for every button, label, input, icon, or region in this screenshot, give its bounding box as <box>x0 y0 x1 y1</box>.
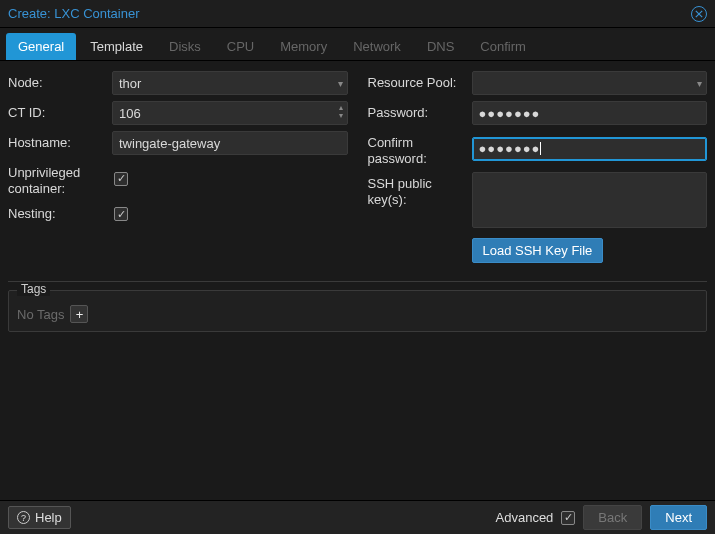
dialog-footer: ? Help Advanced Back Next <box>0 500 715 534</box>
tab-network: Network <box>341 33 413 60</box>
text-caret <box>540 142 541 155</box>
nesting-label: Nesting: <box>8 206 112 222</box>
tab-template[interactable]: Template <box>78 33 155 60</box>
tags-empty-text: No Tags <box>17 307 64 322</box>
wizard-tabs: General Template Disks CPU Memory Networ… <box>0 28 715 61</box>
back-button[interactable]: Back <box>583 505 642 530</box>
confirm-value: ●●●●●●● <box>479 141 541 156</box>
tab-disks: Disks <box>157 33 213 60</box>
next-button[interactable]: Next <box>650 505 707 530</box>
hostname-input[interactable]: twingate-gateway <box>112 131 348 155</box>
close-icon[interactable] <box>691 6 707 22</box>
tags-fieldset: Tags No Tags + <box>8 290 707 332</box>
node-select[interactable]: thor ▾ <box>112 71 348 95</box>
ssh-key-textarea[interactable] <box>472 172 708 228</box>
ctid-value: 106 <box>119 106 141 121</box>
confirm-password-input[interactable]: ●●●●●●● <box>472 137 708 161</box>
tab-general[interactable]: General <box>6 33 76 60</box>
pool-label: Resource Pool: <box>368 75 472 91</box>
node-label: Node: <box>8 75 112 91</box>
load-ssh-key-button[interactable]: Load SSH Key File <box>472 238 604 263</box>
spinner-icon: ▴▾ <box>339 104 343 120</box>
help-label: Help <box>35 510 62 525</box>
advanced-checkbox[interactable] <box>561 511 575 525</box>
password-input[interactable]: ●●●●●●● <box>472 101 708 125</box>
advanced-toggle[interactable]: Advanced <box>496 510 576 525</box>
tab-confirm: Confirm <box>468 33 538 60</box>
nesting-checkbox[interactable] <box>114 207 128 221</box>
confirm-label: Confirm password: <box>368 131 472 166</box>
unpriv-checkbox[interactable] <box>114 172 128 186</box>
help-icon: ? <box>17 511 30 524</box>
tab-memory: Memory <box>268 33 339 60</box>
pool-select[interactable]: ▾ <box>472 71 708 95</box>
chevron-down-icon: ▾ <box>697 78 702 89</box>
password-value: ●●●●●●● <box>479 106 541 121</box>
divider <box>8 281 707 282</box>
help-button[interactable]: ? Help <box>8 506 71 529</box>
ctid-spinner[interactable]: 106 ▴▾ <box>112 101 348 125</box>
tab-cpu: CPU <box>215 33 266 60</box>
advanced-label: Advanced <box>496 510 554 525</box>
chevron-down-icon: ▾ <box>338 78 343 89</box>
unpriv-label: Unprivileged container: <box>8 161 112 196</box>
tab-dns: DNS <box>415 33 466 60</box>
dialog-title: Create: LXC Container <box>8 6 140 21</box>
password-label: Password: <box>368 105 472 121</box>
hostname-value: twingate-gateway <box>119 136 220 151</box>
ctid-label: CT ID: <box>8 105 112 121</box>
add-tag-button[interactable]: + <box>70 305 88 323</box>
hostname-label: Hostname: <box>8 135 112 151</box>
ssh-label: SSH public key(s): <box>368 172 472 207</box>
node-value: thor <box>119 76 141 91</box>
dialog-titlebar: Create: LXC Container <box>0 0 715 28</box>
tags-legend: Tags <box>17 282 50 296</box>
